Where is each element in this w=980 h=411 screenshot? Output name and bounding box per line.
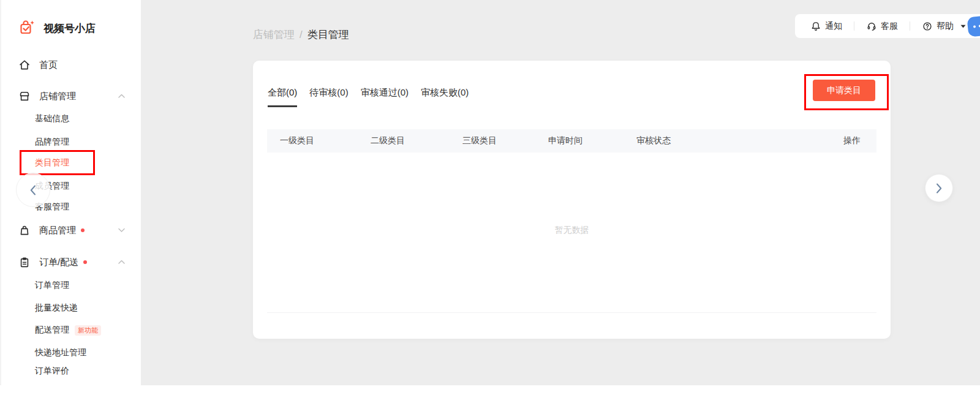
account-avatar[interactable]: [967, 15, 980, 37]
chevron-down-icon: [118, 228, 125, 233]
topbar-actions: 通知 客服: [795, 14, 980, 38]
breadcrumb-current: 类目管理: [307, 28, 349, 42]
sidebar-collapse-button[interactable]: [16, 173, 50, 207]
status-tabs: 全部(0) 待审核(0) 审核通过(0) 审核失败(0): [268, 87, 469, 107]
chevron-left-icon: [30, 185, 36, 195]
chevron-up-icon: [118, 260, 125, 265]
expand-panel-button[interactable]: [925, 174, 953, 202]
customer-service-button[interactable]: 客服: [866, 21, 898, 32]
chevron-up-icon: [118, 94, 125, 99]
sidebar-subitem-label: 订单评价: [35, 366, 69, 377]
notification-dot: [83, 260, 87, 264]
breadcrumb: 店铺管理 / 类目管理: [253, 28, 349, 42]
topbar-divider: [910, 21, 910, 31]
sidebar-item-label: 首页: [39, 59, 58, 71]
apply-category-button[interactable]: 申请类目: [813, 80, 875, 101]
clipboard-icon: [18, 256, 31, 268]
customer-service-label: 客服: [881, 21, 898, 32]
sidebar-item-label: 店铺管理: [39, 91, 76, 102]
sidebar-subitem-label: 基础信息: [35, 113, 69, 124]
sidebar-item-basic-info[interactable]: 基础信息: [1, 111, 142, 127]
tab-pending-review[interactable]: 待审核(0): [309, 87, 348, 107]
sidebar-subitem-label: 配送管理: [35, 325, 69, 336]
help-label: 帮助: [937, 21, 954, 32]
breadcrumb-separator: /: [300, 29, 303, 41]
bell-icon: [810, 21, 821, 32]
column-header-actions: 操作: [843, 135, 861, 146]
shop-bag-logo-icon: [17, 19, 36, 37]
help-dropdown-button[interactable]: 帮助: [922, 21, 966, 32]
storefront-icon: [18, 90, 31, 102]
sidebar-subitem-label: 类目管理: [35, 157, 69, 168]
sidebar-item-shop-management[interactable]: 店铺管理: [1, 88, 142, 104]
notifications-label: 通知: [825, 21, 842, 32]
breadcrumb-parent[interactable]: 店铺管理: [253, 28, 295, 42]
sidebar-item-express-address-management[interactable]: 快递地址管理: [1, 345, 142, 361]
column-header-apply-time: 申请时间: [548, 135, 582, 146]
topbar-divider: [854, 21, 854, 31]
sidebar-item-order-delivery[interactable]: 订单/配送: [1, 254, 142, 270]
tab-all[interactable]: 全部(0): [268, 87, 297, 107]
app-title: 视频号小店: [43, 21, 96, 36]
tab-review-failed[interactable]: 审核失败(0): [421, 87, 469, 107]
caret-down-icon: [960, 25, 966, 28]
column-header-level1-category: 一级类目: [280, 135, 314, 146]
sidebar-item-label: 商品管理: [39, 225, 76, 236]
headset-icon: [866, 21, 877, 32]
app-window: 视频号小店 首页 店铺管理 基础信息: [0, 0, 980, 411]
column-header-level3-category: 三级类目: [462, 135, 497, 146]
question-circle-icon: [922, 21, 933, 32]
sidebar-item-order-review[interactable]: 订单评价: [1, 363, 142, 379]
topbar-items: 通知 客服: [795, 14, 966, 38]
column-header-review-status: 审核状态: [636, 135, 671, 146]
sidebar-item-brand-management[interactable]: 品牌管理: [1, 134, 142, 150]
notification-dot: [81, 228, 85, 232]
empty-state-text: 暂无数据: [267, 225, 876, 236]
sidebar-item-goods-management[interactable]: 商品管理: [1, 222, 142, 238]
new-feature-badge: 新功能: [75, 325, 101, 336]
notifications-button[interactable]: 通知: [810, 21, 842, 32]
table-bottom-divider: [267, 312, 876, 313]
home-icon: [18, 59, 31, 71]
table-header-row: 一级类目 二级类目 三级类目 申请时间 审核状态 操作: [267, 129, 876, 153]
sidebar-item-category-management[interactable]: 类目管理: [1, 155, 142, 171]
sidebar-subitem-label: 品牌管理: [35, 137, 69, 148]
sidebar-subitem-label: 批量发快递: [35, 303, 78, 314]
category-management-card: 全部(0) 待审核(0) 审核通过(0) 审核失败(0) 申请类目 一级类目 二…: [253, 61, 891, 339]
sidebar-subitem-label: 订单管理: [35, 280, 69, 291]
sidebar-item-label: 订单/配送: [39, 257, 78, 268]
sidebar-item-delivery-management[interactable]: 配送管理 新功能: [1, 322, 142, 338]
column-header-level2-category: 二级类目: [371, 135, 405, 146]
sidebar: 视频号小店 首页 店铺管理 基础信息: [0, 0, 141, 385]
sidebar-item-home[interactable]: 首页: [1, 57, 142, 73]
sidebar-item-batch-shipping[interactable]: 批量发快递: [1, 300, 142, 316]
shopping-bag-icon: [18, 224, 31, 236]
sidebar-item-order-management[interactable]: 订单管理: [1, 277, 142, 293]
avatar-eye: [973, 25, 976, 28]
sidebar-subitem-label: 快递地址管理: [35, 347, 86, 358]
tab-review-approved[interactable]: 审核通过(0): [361, 87, 409, 107]
chevron-right-icon: [936, 183, 942, 194]
app-logo: 视频号小店: [17, 19, 96, 37]
